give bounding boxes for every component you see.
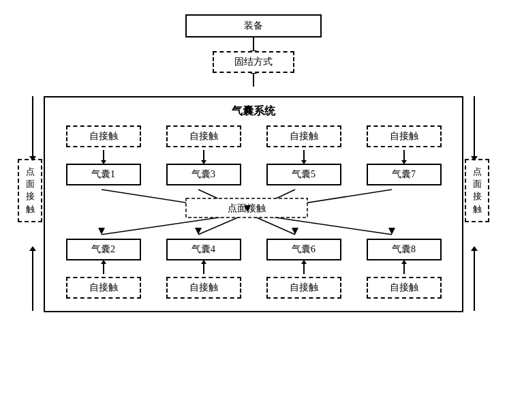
consolidation-box: 固结方式	[213, 51, 294, 73]
outer-right-top-arrow	[471, 96, 478, 161]
bottom-self-contact-box-4: 自接触	[367, 277, 442, 299]
bottom-arrow-1	[63, 263, 144, 274]
top-arrow-4	[363, 150, 445, 161]
side-contact-left: 点面接触	[18, 159, 42, 222]
self-contact-cell-3: 自接触	[263, 125, 345, 147]
side-contact-right: 点面接触	[465, 159, 489, 222]
arrow-system-to-consol	[253, 73, 254, 87]
airbag-cell-4: 气囊4	[163, 239, 245, 260]
airbag-box-3: 气囊3	[166, 164, 241, 185]
airbag-system-box: 气囊系统 自接触 自接触 自接触 自接触	[44, 96, 463, 312]
bottom-self-contact-box-2: 自接触	[166, 277, 241, 299]
airbag-box-2: 气囊2	[66, 239, 141, 260]
self-contact-cell-1: 自接触	[63, 125, 144, 147]
svg-marker-10	[98, 228, 105, 235]
side-contact-left-label: 点面接触	[26, 166, 35, 214]
airbag-box-8: 气囊8	[367, 239, 442, 260]
bottom-self-contact-cell-3: 自接触	[263, 277, 345, 299]
full-diagram: 装备 固结方式 点面接触 点面接触	[15, 9, 492, 411]
bottom-arrow-2	[163, 263, 245, 274]
airbag-box-5: 气囊5	[266, 164, 341, 185]
self-contact-box-3: 自接触	[266, 125, 341, 147]
airbag-cell-3: 气囊3	[163, 164, 245, 185]
top-airbag-row: 气囊1 气囊3 气囊5 气囊7	[53, 164, 454, 185]
airbag-box-1: 气囊1	[66, 164, 141, 185]
self-contact-box-2: 自接触	[166, 125, 241, 147]
bottom-self-contact-cell-4: 自接触	[363, 277, 445, 299]
airbag-cell-8: 气囊8	[363, 239, 445, 260]
airbag-cell-7: 气囊7	[363, 164, 445, 185]
outer-left-top-arrow	[29, 96, 36, 161]
self-contact-box-4: 自接触	[367, 125, 442, 147]
equipment-box: 装备	[185, 14, 322, 38]
airbag-box-6: 气囊6	[266, 239, 341, 260]
airbag-box-4: 气囊4	[166, 239, 241, 260]
outer-right-bottom-arrow	[471, 246, 478, 311]
system-title: 气囊系统	[53, 104, 454, 119]
bottom-arrow-3	[263, 263, 345, 274]
crossing-arrows-svg: 点面接触	[53, 188, 454, 236]
airbag-cell-1: 气囊1	[63, 164, 144, 185]
arrow-equip-to-consol	[253, 38, 254, 51]
svg-marker-13	[388, 228, 395, 235]
airbag-cell-5: 气囊5	[263, 164, 345, 185]
bottom-self-contact-cell-2: 自接触	[163, 277, 245, 299]
bottom-arrow-4	[363, 263, 445, 274]
bottom-self-contact-box-3: 自接触	[266, 277, 341, 299]
self-contact-cell-4: 自接触	[363, 125, 445, 147]
bottom-airbag-row: 气囊2 气囊4 气囊6 气囊8	[53, 239, 454, 260]
airbag-cell-2: 气囊2	[63, 239, 144, 260]
outer-left-bottom-arrow	[29, 246, 36, 311]
top-arrow-3	[263, 150, 345, 161]
consolidation-label: 固结方式	[234, 57, 273, 67]
bottom-self-contact-box-1: 自接触	[66, 277, 141, 299]
bottom-arrows	[53, 263, 454, 274]
top-arrow-2	[163, 150, 245, 161]
self-contact-cell-2: 自接触	[163, 125, 245, 147]
top-self-contact-row: 自接触 自接触 自接触 自接触	[53, 125, 454, 147]
top-arrow-1	[63, 150, 144, 161]
airbag-cell-6: 气囊6	[263, 239, 345, 260]
airbag-box-7: 气囊7	[367, 164, 442, 185]
top-arrows	[53, 150, 454, 161]
equipment-label: 装备	[244, 20, 263, 31]
side-contact-right-label: 点面接触	[473, 166, 482, 214]
self-contact-box-1: 自接触	[66, 125, 141, 147]
bottom-self-contact-row: 自接触 自接触 自接触 自接触	[53, 277, 454, 299]
bottom-self-contact-cell-1: 自接触	[63, 277, 144, 299]
